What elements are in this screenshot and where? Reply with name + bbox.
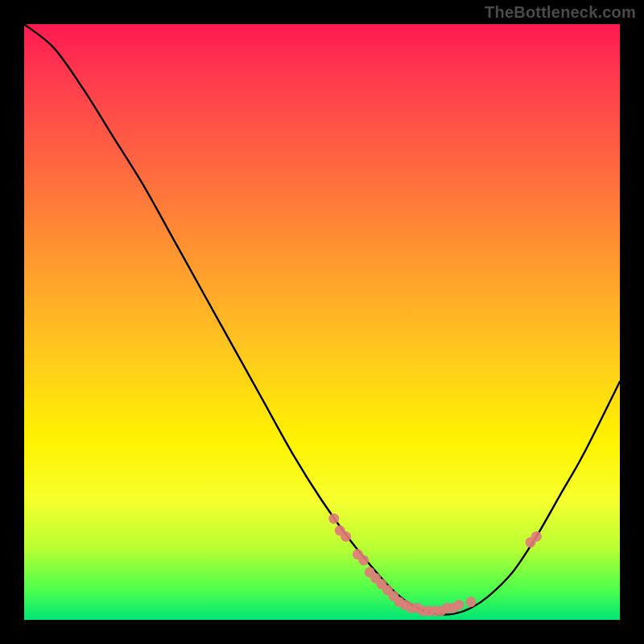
data-point: [454, 600, 464, 610]
watermark-label: TheBottleneck.com: [485, 3, 636, 22]
data-point-markers: [328, 514, 542, 617]
bottleneck-curve: [24, 24, 620, 615]
plot-area: [24, 24, 620, 620]
bottleneck-curve-svg: [24, 24, 620, 620]
data-point: [358, 555, 369, 566]
data-point: [328, 514, 339, 524]
chart-frame: TheBottleneck.com: [0, 0, 644, 644]
data-point: [531, 531, 542, 542]
data-point: [466, 597, 477, 607]
data-point: [341, 531, 351, 542]
